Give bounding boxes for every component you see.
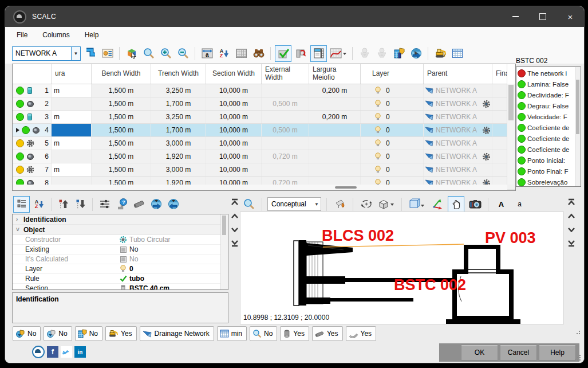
list-item[interactable]: Velocidade: F	[516, 111, 581, 122]
property-row[interactable]: Layer 0	[13, 264, 228, 274]
toggle-drainage-network[interactable]: Drainage Network	[140, 326, 214, 341]
col-largura-meiofio[interactable]: Largura Meiofio	[309, 64, 361, 84]
col-section-width[interactable]: Section Width	[206, 64, 262, 84]
list-item[interactable]: Coeficiente de	[516, 144, 581, 155]
col-rowheader[interactable]	[13, 64, 52, 84]
list-item[interactable]: Declividade: F	[516, 89, 581, 100]
scroll-top-icon[interactable]	[230, 198, 239, 206]
ok-button[interactable]: OK	[461, 344, 498, 361]
col-bench-width[interactable]: Bench Width	[92, 64, 151, 84]
col-final[interactable]: Final	[492, 64, 507, 84]
toggle-excavator[interactable]: Yes	[105, 326, 137, 341]
list-item[interactable]: Coeficiente de	[516, 122, 581, 133]
flow-forward-icon[interactable]	[148, 197, 164, 212]
drawing-canvas[interactable]: BLCS 002 PV 003 BSTC 002 10.8998 ; 12.31…	[240, 212, 564, 324]
close-button[interactable]: ×	[557, 6, 584, 27]
scroll-up-icon[interactable]	[567, 212, 576, 220]
pipe-down-disabled-icon[interactable]	[357, 46, 372, 61]
grid-icon[interactable]	[234, 46, 249, 61]
categorize-icon[interactable]	[13, 196, 30, 213]
calculator-shield-icon[interactable]	[391, 46, 407, 61]
toggle-pipe-shield-2[interactable]: No	[44, 326, 72, 341]
table-row-selected[interactable]: 4 1,500 m 1,700 m 10,000 m 0,500 m 0 NET…	[13, 124, 515, 137]
list-item[interactable]: Coeficiente de	[516, 133, 581, 144]
table-row[interactable]: 6 1,500 m 1,920 m 10,000 m 0,720 m 0 NET…	[13, 150, 515, 163]
excavator-icon[interactable]	[432, 46, 448, 61]
checkbox-icon[interactable]	[120, 246, 127, 253]
filter-sliders-icon[interactable]	[97, 197, 112, 212]
chart-icon[interactable]	[329, 46, 348, 61]
annotation-large-icon[interactable]: A	[494, 197, 509, 212]
pan-hand-icon[interactable]	[448, 196, 464, 213]
export-results-icon[interactable]	[293, 46, 309, 61]
paint-bucket-icon[interactable]	[332, 197, 348, 212]
view-direction-icon[interactable]	[407, 197, 427, 212]
panel-layout-icon[interactable]	[310, 45, 327, 62]
minimize-button[interactable]	[502, 6, 529, 27]
table-vertical-scrollbar[interactable]	[507, 84, 515, 185]
orbit-icon[interactable]	[358, 197, 374, 212]
scroll-top-icon[interactable]	[567, 198, 576, 206]
scroll-up-icon[interactable]	[230, 212, 239, 220]
flow-back-icon[interactable]	[165, 197, 181, 212]
menu-columns[interactable]: Columns	[42, 31, 69, 39]
brand-logo-icon[interactable]	[32, 346, 45, 358]
validate-check-icon[interactable]	[275, 45, 291, 62]
table-row[interactable]: 7 m 1,500 m 3,000 m 10,000 m 0 NETWORK A	[13, 163, 515, 177]
toggle-search[interactable]: No	[250, 326, 277, 341]
column-width-icon[interactable]: a	[199, 46, 215, 61]
property-row[interactable]: It's Calculated No	[13, 255, 228, 264]
toggle-pipe-cylinder[interactable]: Yes	[312, 326, 343, 341]
scroll-bottom-icon[interactable]	[567, 239, 576, 248]
property-row[interactable]: Section BSTC 40 cm	[13, 284, 228, 290]
toggle-pipe-curve[interactable]: Yes	[346, 326, 377, 341]
move-up-icon[interactable]	[56, 197, 71, 212]
scroll-bottom-icon[interactable]	[230, 239, 239, 248]
table-icon[interactable]	[449, 46, 465, 61]
toggle-pipe-shield-1[interactable]: No	[13, 326, 41, 341]
pipe-up-disabled-icon[interactable]	[374, 46, 389, 61]
category-identification[interactable]: ›Identification	[13, 214, 228, 225]
list-item[interactable]: Ponto Final: F	[516, 166, 581, 177]
toggle-min-table[interactable]: min	[217, 326, 247, 341]
toggle-calc-shield[interactable]: No	[75, 326, 102, 341]
property-row[interactable]: Rule tubo	[13, 274, 228, 284]
status-list-scrollbar[interactable]	[575, 67, 581, 186]
linkedin-icon[interactable]: in	[74, 346, 86, 358]
menu-help[interactable]: Help	[85, 31, 99, 39]
visual-style-select[interactable]: Conceptual ▼	[267, 197, 321, 211]
network-select[interactable]: NETWORK A ▼	[12, 46, 81, 61]
sort-az-icon[interactable]: AZ	[31, 197, 47, 212]
toggle-pipe-segment[interactable]: Yes	[280, 326, 309, 341]
zoom-in-icon[interactable]	[158, 46, 173, 61]
move-down-icon[interactable]	[73, 197, 88, 212]
chevron-down-icon[interactable]: ▼	[313, 202, 321, 207]
axes-icon[interactable]	[429, 197, 445, 212]
twitter-icon[interactable]	[61, 346, 72, 358]
scroll-down-icon[interactable]	[230, 225, 239, 234]
col-external-width[interactable]: External Width	[262, 64, 309, 84]
table-horizontal-scrollbar[interactable]	[13, 185, 507, 190]
list-item[interactable]: Ponto Inicial:	[516, 155, 581, 166]
category-object[interactable]: ˅Object	[13, 225, 228, 235]
col-parent[interactable]: Parent	[424, 64, 492, 84]
view-cube-icon[interactable]	[377, 197, 396, 212]
list-item[interactable]: The network i	[516, 68, 581, 79]
checkbox-icon[interactable]	[120, 256, 127, 263]
help-button[interactable]: Help	[539, 344, 576, 361]
binoculars-icon[interactable]	[251, 46, 266, 61]
maximize-button[interactable]	[529, 6, 557, 27]
property-row[interactable]: Constructor Tubo Circular	[13, 235, 228, 245]
property-grid-scrollbar[interactable]	[220, 214, 228, 289]
selected-cell[interactable]	[52, 124, 92, 136]
table-row[interactable]: 5 m 1,500 m 3,000 m 10,000 m 0 NETWORK A	[13, 137, 515, 150]
zoom-icon[interactable]	[141, 46, 156, 61]
scroll-down-icon[interactable]	[567, 225, 576, 234]
list-item[interactable]: Degrau: False	[516, 100, 581, 111]
pipe-icon[interactable]	[131, 197, 147, 212]
report-icon[interactable]	[100, 46, 115, 61]
col-ura[interactable]: ura	[52, 64, 92, 84]
pipe-question-icon[interactable]: ?	[114, 197, 129, 212]
resize-grip[interactable]	[574, 331, 580, 336]
table-row[interactable]: 1 m 1,500 m 3,250 m 10,000 m 0,200 m 0 N…	[13, 84, 515, 97]
